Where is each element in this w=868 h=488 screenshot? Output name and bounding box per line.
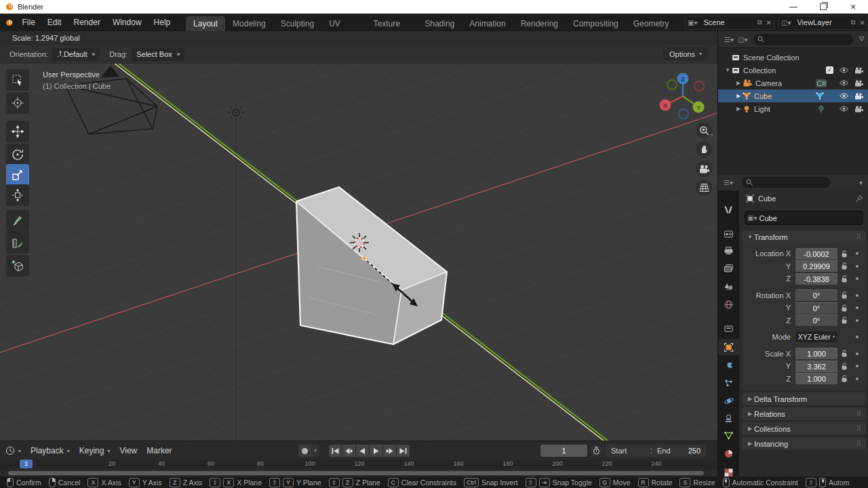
rotation-y-field[interactable]: 0° [795, 302, 837, 314]
horizontal-scrollbar[interactable] [8, 471, 704, 475]
timeline-editor-type[interactable]: ▾ [5, 446, 21, 455]
filter-icon[interactable]: ⛛ [857, 35, 868, 43]
tab-render[interactable] [718, 226, 739, 242]
row-label[interactable]: Collection [743, 66, 776, 75]
lock-icon[interactable] [837, 350, 852, 357]
tab-geometry-nodes[interactable]: Geometry Noc [626, 16, 681, 31]
playhead-marker[interactable]: 1 [20, 460, 33, 468]
relations-panel-header[interactable]: ▶ Relations ⠿ [742, 407, 866, 420]
editor-type-icon[interactable]: ☰▾ [722, 36, 736, 43]
camera-view-button[interactable] [696, 161, 712, 177]
tab-physics[interactable] [718, 392, 739, 409]
outliner-row-scene-collection[interactable]: Scene Collection [718, 51, 868, 64]
next-keyframe-button[interactable] [383, 445, 396, 457]
gizmo-neg-x[interactable] [694, 81, 704, 91]
lock-icon[interactable] [837, 304, 852, 312]
lock-icon[interactable] [837, 375, 852, 382]
camera-visibility-icon[interactable] [854, 67, 863, 74]
animate-dot[interactable] [852, 265, 861, 268]
navigation-gizmo[interactable]: Z X Y [653, 69, 714, 127]
auto-keying-record-button[interactable] [298, 445, 311, 457]
location-x-field[interactable]: -0.0002 [795, 248, 837, 260]
animate-dot[interactable] [852, 319, 861, 322]
tab-sculpting[interactable]: Sculpting [273, 16, 321, 31]
lock-icon[interactable] [837, 291, 852, 299]
tool-move[interactable] [6, 121, 29, 142]
disclosure-closed-icon[interactable]: ▶ [734, 106, 743, 112]
gizmo-neg-y[interactable] [667, 80, 677, 89]
drag-dropdown[interactable]: Select Box ▾ [132, 48, 184, 61]
sidebar-collapse-chevron[interactable]: ‹ [711, 130, 713, 138]
disclosure-closed-icon[interactable]: ▶ [734, 80, 743, 86]
tab-compositing[interactable]: Compositing [566, 16, 626, 31]
location-z-field[interactable]: -0.3838 [795, 273, 837, 285]
tab-rendering[interactable]: Rendering [513, 16, 566, 31]
pan-hand-button[interactable] [696, 141, 712, 157]
collections-panel-header[interactable]: ▶ Collections ⠿ [742, 422, 866, 435]
tool-add-cube[interactable] [6, 255, 29, 277]
eye-icon[interactable] [840, 106, 848, 112]
tab-texture-paint[interactable]: Texture Paint [366, 16, 418, 31]
viewlayer-selector[interactable]: ◫▾ ViewLayer ⧉ ✕ [778, 16, 868, 30]
tool-rotate[interactable] [6, 144, 29, 165]
viewlayer-name[interactable]: ViewLayer [793, 18, 848, 26]
scene-name[interactable]: Scene [699, 18, 755, 26]
eye-icon[interactable] [840, 93, 848, 99]
scene-selector[interactable]: ▣▾ Scene ⧉ ✕ [685, 16, 774, 30]
tool-transform[interactable] [6, 184, 29, 206]
drag-handle-icon[interactable]: ⠿ [856, 425, 862, 432]
scale-y-field[interactable]: 3.362 [795, 361, 837, 372]
tab-scene[interactable] [718, 279, 739, 295]
row-label[interactable]: Light [754, 105, 770, 113]
scale-x-field[interactable]: 1.000 [795, 348, 837, 359]
delta-transform-panel-header[interactable]: ▶ Delta Transform [742, 392, 866, 405]
animate-dot[interactable] [852, 378, 861, 380]
tab-uv-editing[interactable]: UV Editing [321, 16, 366, 31]
editor-type-icon[interactable]: ☴▾ [722, 179, 735, 186]
lock-icon[interactable] [837, 317, 852, 324]
outliner-row-cube[interactable]: ▶ Cube [718, 89, 868, 102]
tab-animation[interactable]: Animation [462, 16, 513, 31]
rotation-z-field[interactable]: 0° [795, 314, 837, 326]
lock-icon[interactable] [837, 250, 852, 258]
play-reverse-button[interactable] [356, 445, 369, 457]
instancing-panel-header[interactable]: ▶ Instancing ⠿ [742, 437, 866, 450]
animate-dot[interactable] [852, 365, 861, 367]
tab-layout[interactable]: Layout [186, 16, 225, 31]
row-label[interactable]: Cube [754, 92, 772, 100]
drag-handle-icon[interactable]: ⠿ [856, 410, 862, 418]
menu-keying[interactable]: Keying▾ [79, 446, 111, 455]
lock-icon[interactable] [837, 275, 852, 283]
animate-dot[interactable] [852, 277, 861, 280]
outliner-row-camera[interactable]: ▶ Camera [718, 77, 868, 89]
tab-collection-props[interactable] [718, 320, 739, 336]
copy-icon[interactable]: ⧉ [755, 18, 764, 26]
animate-dot[interactable] [852, 294, 861, 297]
tool-scale[interactable] [6, 164, 29, 186]
object-name-value[interactable]: Cube [759, 214, 776, 222]
animate-dot[interactable] [852, 306, 861, 309]
tab-material[interactable] [718, 445, 739, 462]
lock-icon[interactable] [837, 262, 852, 270]
tab-shading[interactable]: Shading [417, 16, 462, 31]
viewport-3d[interactable]: User Perspective (1) Collection | Cube [0, 64, 717, 441]
lock-icon[interactable] [837, 363, 852, 370]
tool-annotate[interactable] [6, 210, 29, 232]
animate-dot[interactable] [852, 352, 861, 355]
animate-dot[interactable] [852, 252, 861, 255]
properties-search-input[interactable] [742, 177, 830, 188]
minimize-button[interactable]: — [778, 0, 808, 14]
restore-button[interactable] [808, 0, 838, 14]
tab-object[interactable] [718, 339, 739, 355]
menu-help[interactable]: Help [148, 14, 177, 31]
tab-tool[interactable] [718, 201, 739, 218]
menu-edit[interactable]: Edit [41, 14, 68, 31]
eye-icon[interactable] [840, 80, 848, 86]
zoom-button[interactable] [696, 122, 712, 138]
menu-playback[interactable]: Playback▾ [31, 446, 70, 455]
gizmo-neg-z[interactable] [679, 109, 688, 119]
tab-world[interactable] [718, 296, 739, 312]
orientation-dropdown[interactable]: Default ▾ [52, 48, 100, 61]
tab-constraints[interactable] [718, 410, 739, 426]
tool-measure[interactable] [6, 232, 29, 253]
